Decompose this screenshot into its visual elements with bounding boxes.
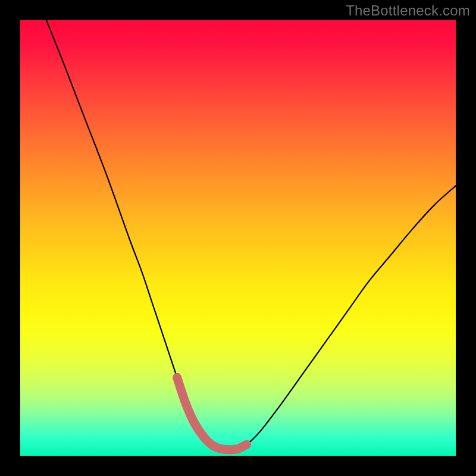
watermark-label: TheBottleneck.com xyxy=(346,2,470,19)
bottleneck-highlight xyxy=(177,377,247,450)
chart-svg xyxy=(20,20,456,456)
plot-area xyxy=(20,20,456,456)
chart-frame: TheBottleneck.com xyxy=(0,0,476,476)
bottleneck-curve xyxy=(46,20,456,450)
